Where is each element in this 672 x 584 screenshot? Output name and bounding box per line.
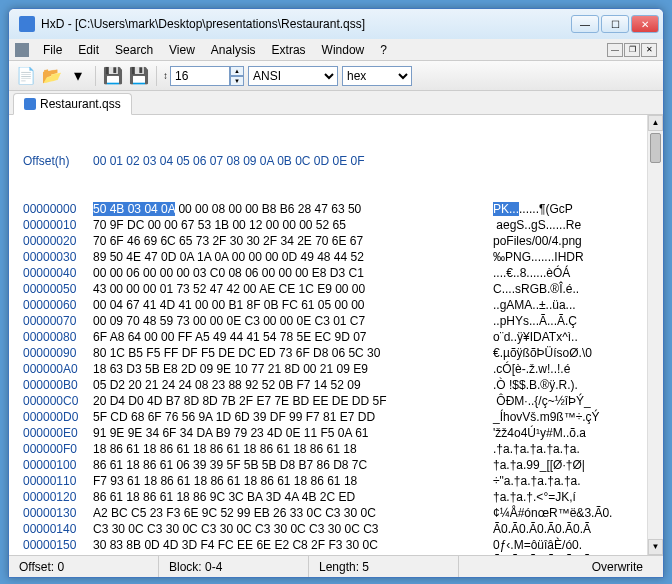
menu-file[interactable]: File: [35, 41, 70, 59]
maximize-button[interactable]: ☐: [601, 15, 629, 33]
app-icon: [19, 16, 35, 32]
chevron-down-icon: ▾: [74, 66, 82, 85]
hex-row[interactable]: 0000002070 6F 46 69 6C 65 73 2F 30 30 2F…: [23, 233, 659, 249]
hex-row[interactable]: 00000140C3 30 0C C3 30 0C C3 30 0C C3 30…: [23, 521, 659, 537]
columns-header: 00 01 02 03 04 05 06 07 08 09 0A 0B 0C 0…: [93, 153, 493, 169]
status-bar: Offset: 0 Block: 0-4 Length: 5 Overwrite: [9, 555, 663, 577]
menu-analysis[interactable]: Analysis: [203, 41, 264, 59]
spin-down-button[interactable]: ▼: [230, 76, 244, 86]
floppy-icon: 💾: [103, 66, 123, 85]
save-all-button[interactable]: 💾: [128, 65, 150, 87]
encoding-select[interactable]: ANSI: [248, 66, 338, 86]
mdi-restore-button[interactable]: ❐: [624, 43, 640, 57]
updown-icon: ↕: [163, 70, 168, 81]
hex-row[interactable]: 0000003089 50 4E 47 0D 0A 1A 0A 00 00 00…: [23, 249, 659, 265]
window-title: HxD - [C:\Users\mark\Desktop\presentatio…: [41, 17, 571, 31]
hex-row[interactable]: 000000806F A8 64 00 00 FF A5 49 44 41 54…: [23, 329, 659, 345]
app-window: HxD - [C:\Users\mark\Desktop\presentatio…: [8, 8, 664, 578]
toolbar: 📄 📂 ▾ 💾 💾 ↕ ▲ ▼ ANSI hex: [9, 61, 663, 91]
save-button[interactable]: 💾: [102, 65, 124, 87]
minimize-button[interactable]: —: [571, 15, 599, 33]
offset-header: Offset(h): [23, 153, 93, 169]
hex-view[interactable]: Offset(h)00 01 02 03 04 05 06 07 08 09 0…: [9, 115, 663, 555]
spin-up-button[interactable]: ▲: [230, 66, 244, 76]
hex-row[interactable]: 0000005043 00 00 00 01 73 52 47 42 00 AE…: [23, 281, 659, 297]
tab-label: Restaurant.qss: [40, 97, 121, 111]
hex-row[interactable]: 0000006000 04 67 41 4D 41 00 00 B1 8F 0B…: [23, 297, 659, 313]
bytes-per-row-input[interactable]: [170, 66, 230, 86]
hex-row[interactable]: 0000012086 61 18 86 61 18 86 9C 3C BA 3D…: [23, 489, 659, 505]
document-icon: [15, 43, 29, 57]
new-file-icon: 📄: [16, 66, 36, 85]
open-button[interactable]: 📂: [41, 65, 63, 87]
hex-row[interactable]: 00000160C3 30 0C C3 30 0C C3 30 0C C3 30…: [23, 553, 659, 555]
hex-row[interactable]: 000000D05F CD 68 6F 76 56 9A 1D 6D 39 DF…: [23, 409, 659, 425]
hex-row[interactable]: 0000000050 4B 03 04 0A 00 00 08 00 00 B8…: [23, 201, 659, 217]
file-icon: [24, 98, 36, 110]
status-offset: Offset: 0: [9, 556, 159, 577]
mdi-minimize-button[interactable]: —: [607, 43, 623, 57]
hex-row[interactable]: 000000F018 86 61 18 86 61 18 86 61 18 86…: [23, 441, 659, 457]
hex-row[interactable]: 000000B005 D2 20 21 24 24 08 23 88 92 52…: [23, 377, 659, 393]
scroll-down-button[interactable]: ▼: [648, 539, 663, 555]
bytes-per-row-stepper[interactable]: ↕ ▲ ▼: [163, 66, 244, 86]
status-length: Length: 5: [309, 556, 459, 577]
close-button[interactable]: ✕: [631, 15, 659, 33]
hex-row[interactable]: 0000004000 00 06 00 00 00 03 C0 08 06 00…: [23, 265, 659, 281]
new-button[interactable]: 📄: [15, 65, 37, 87]
vertical-scrollbar[interactable]: ▲ ▼: [647, 115, 663, 555]
tab-restaurant-qss[interactable]: Restaurant.qss: [13, 93, 132, 115]
hex-row[interactable]: 000000A018 63 D3 5B E8 2D 09 9E 10 77 21…: [23, 361, 659, 377]
hex-row[interactable]: 000000E091 9E 9E 34 6F 34 DA B9 79 23 4D…: [23, 425, 659, 441]
hex-row[interactable]: 0000001070 9F DC 00 00 67 53 1B 00 12 00…: [23, 217, 659, 233]
menu-search[interactable]: Search: [107, 41, 161, 59]
separator: [156, 66, 157, 86]
base-select[interactable]: hex: [342, 66, 412, 86]
status-block: Block: 0-4: [159, 556, 309, 577]
hex-row[interactable]: 0000010086 61 18 86 61 06 39 39 5F 5B 5B…: [23, 457, 659, 473]
menu-bar: File Edit Search View Analysis Extras Wi…: [9, 39, 663, 61]
status-mode: Overwrite: [582, 556, 663, 577]
hex-row[interactable]: 0000009080 1C B5 F5 FF DF F5 DE DC ED 73…: [23, 345, 659, 361]
hex-row[interactable]: 00000130A2 BC C5 23 F3 6E 9C 52 99 EB 26…: [23, 505, 659, 521]
hex-row[interactable]: 0000007000 09 70 48 59 73 00 00 0E C3 00…: [23, 313, 659, 329]
separator: [95, 66, 96, 86]
open-dropdown[interactable]: ▾: [67, 65, 89, 87]
title-bar[interactable]: HxD - [C:\Users\mark\Desktop\presentatio…: [9, 9, 663, 39]
menu-edit[interactable]: Edit: [70, 41, 107, 59]
menu-extras[interactable]: Extras: [264, 41, 314, 59]
floppy-stack-icon: 💾: [129, 66, 149, 85]
scrollbar-thumb[interactable]: [650, 133, 661, 163]
open-folder-icon: 📂: [42, 66, 62, 85]
menu-view[interactable]: View: [161, 41, 203, 59]
scroll-up-button[interactable]: ▲: [648, 115, 663, 131]
mdi-close-button[interactable]: ✕: [641, 43, 657, 57]
menu-help[interactable]: ?: [372, 41, 395, 59]
hex-row[interactable]: 00000110F7 93 61 18 86 61 18 86 61 18 86…: [23, 473, 659, 489]
menu-window[interactable]: Window: [314, 41, 373, 59]
tab-bar: Restaurant.qss: [9, 91, 663, 115]
hex-row[interactable]: 0000015030 83 8B 0D 4D 3D F4 FC EE 6E E2…: [23, 537, 659, 553]
hex-row[interactable]: 000000C020 D4 D0 4D B7 8D 8D 7B 2F E7 7E…: [23, 393, 659, 409]
